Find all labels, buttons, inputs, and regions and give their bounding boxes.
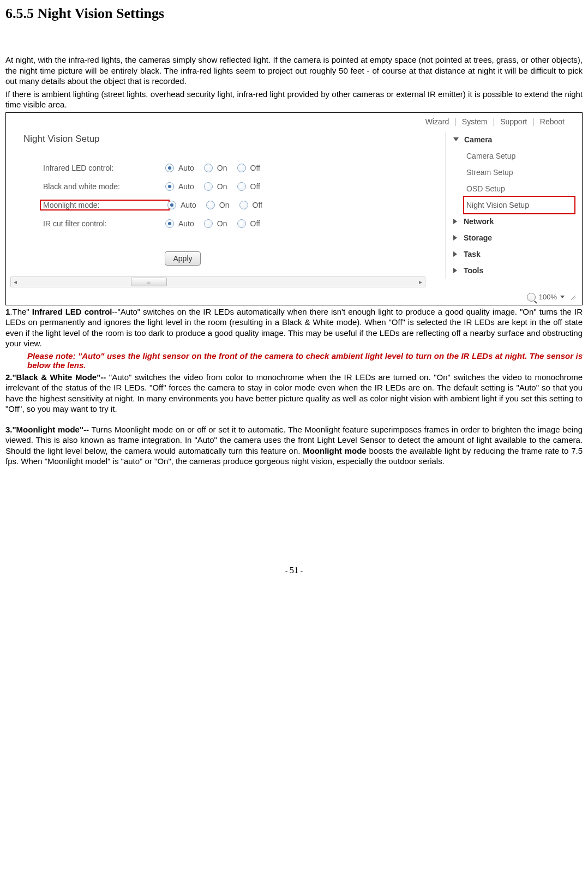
zoom-icon[interactable] — [527, 293, 536, 302]
reboot-link[interactable]: Reboot — [540, 117, 565, 126]
scroll-left-icon[interactable]: ◂ — [11, 277, 20, 287]
radio-infrared-auto[interactable] — [165, 164, 174, 172]
label-infrared-led: Infrared LED control: — [43, 164, 113, 172]
radio-ircut-off[interactable] — [237, 219, 246, 228]
intro-paragraph-2: If there is ambient lighting (street lig… — [5, 89, 583, 110]
zoom-bar: 100% — [8, 293, 575, 302]
zoom-level: 100% — [539, 293, 557, 301]
sidebar-network[interactable]: Network — [451, 213, 577, 230]
sidebar-osd-setup[interactable]: OSD Setup — [451, 181, 577, 197]
radio-moon-auto[interactable] — [167, 201, 176, 209]
radio-bw-on[interactable] — [204, 182, 213, 191]
intro-paragraph-1: At night, with the infra-red lights, the… — [5, 55, 583, 87]
panel-title: Night Vision Setup — [23, 134, 341, 145]
support-link[interactable]: Support — [500, 117, 527, 126]
sidebar-tools[interactable]: Tools — [451, 262, 577, 279]
sidebar: Camera Camera Setup Stream Setup OSD Set… — [445, 131, 580, 279]
desc-moonlight: 3."Moonlight mode"-- Turns Moonlight mod… — [5, 424, 583, 467]
chevron-right-icon — [453, 268, 457, 273]
system-link[interactable]: System — [462, 117, 488, 126]
label-black-white: Black and white mode: — [43, 182, 120, 191]
sidebar-camera[interactable]: Camera — [451, 131, 577, 148]
sidebar-stream-setup[interactable]: Stream Setup — [451, 164, 577, 181]
radio-moon-off[interactable] — [239, 201, 248, 209]
desc-black-white: 2."Black & White Mode"-- "Auto" switches… — [5, 372, 583, 414]
sidebar-storage[interactable]: Storage — [451, 230, 577, 246]
radio-bw-off[interactable] — [237, 182, 246, 191]
resize-grip-icon — [570, 294, 575, 300]
radio-moon-on[interactable] — [206, 201, 215, 209]
screenshot-frame: Wizard| System| Support| Reboot Night Vi… — [5, 112, 583, 305]
settings-panel: Night Vision Setup Infrared LED control:… — [8, 131, 445, 287]
top-link-bar: Wizard| System| Support| Reboot — [8, 115, 580, 131]
desc-infrared: 1.The" Infrared LED control--"Auto" swit… — [5, 306, 583, 349]
label-moonlight: Moonlight mode: — [43, 201, 100, 209]
label-ir-cut: IR cut filter control: — [43, 219, 107, 228]
radio-infrared-on[interactable] — [204, 164, 213, 172]
sidebar-task[interactable]: Task — [451, 246, 577, 262]
row-ir-cut: IR cut filter control: Auto On Off — [43, 215, 341, 232]
wizard-link[interactable]: Wizard — [425, 117, 449, 126]
radio-bw-auto[interactable] — [165, 182, 174, 191]
row-infrared-led: Infrared LED control: Auto On Off — [43, 160, 341, 176]
row-moonlight: Moonlight mode: Auto On Off — [43, 197, 341, 213]
sidebar-camera-setup[interactable]: Camera Setup — [451, 148, 577, 164]
please-note: Please note: "Auto" uses the light senso… — [27, 351, 583, 370]
horizontal-scrollbar[interactable]: ◂ ≡ ▸ — [10, 276, 425, 287]
chevron-right-icon — [453, 235, 457, 240]
radio-ircut-auto[interactable] — [165, 219, 174, 228]
radio-ircut-on[interactable] — [204, 219, 213, 228]
chevron-right-icon — [453, 251, 457, 257]
sidebar-night-vision[interactable]: Night Vision Setup — [463, 196, 575, 214]
chevron-right-icon — [453, 219, 457, 224]
scroll-right-icon[interactable]: ▸ — [416, 277, 425, 287]
zoom-dropdown-icon[interactable] — [560, 296, 565, 298]
chevron-down-icon — [453, 137, 459, 141]
page-number: - 51 - — [5, 565, 583, 576]
scroll-thumb[interactable]: ≡ — [131, 278, 167, 286]
radio-infrared-off[interactable] — [237, 164, 246, 172]
apply-button[interactable]: Apply — [165, 251, 200, 266]
row-black-white: Black and white mode: Auto On Off — [43, 178, 341, 195]
section-heading: 6.5.5 Night Vision Settings — [5, 5, 583, 22]
